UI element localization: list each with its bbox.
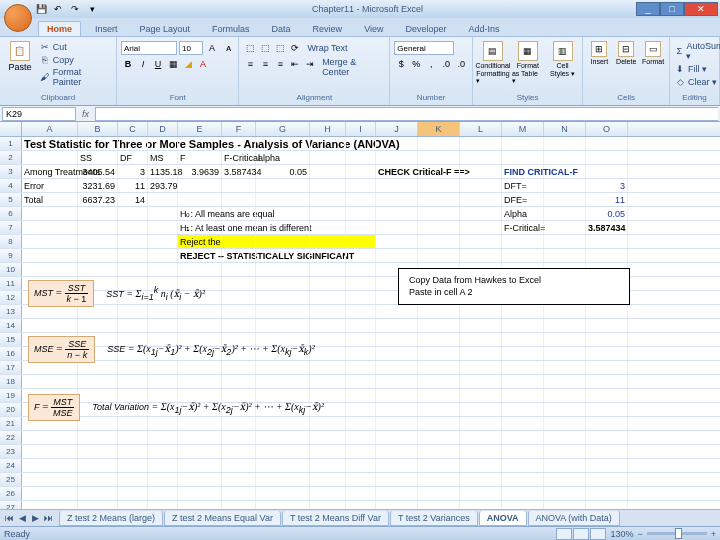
cell[interactable] <box>222 137 256 150</box>
cell[interactable] <box>22 459 78 472</box>
cell[interactable] <box>78 319 118 332</box>
cell[interactable]: 3405.54 <box>78 165 118 178</box>
cell[interactable] <box>78 445 118 458</box>
shrink-font-button[interactable]: ᴀ <box>221 41 235 55</box>
currency-button[interactable]: $ <box>394 57 408 71</box>
cell[interactable] <box>346 193 376 206</box>
cell[interactable] <box>118 445 148 458</box>
cell[interactable] <box>310 263 346 276</box>
cell[interactable]: 1135.18 <box>148 165 178 178</box>
cell[interactable] <box>256 137 310 150</box>
cell[interactable] <box>310 179 346 192</box>
cell[interactable]: SS <box>78 151 118 164</box>
cell[interactable] <box>502 305 544 318</box>
cell[interactable]: FIND CRITICAL-F <box>502 165 544 178</box>
align-center-button[interactable]: ≡ <box>258 57 272 71</box>
autosum-button[interactable]: ΣAutoSum ▾ <box>674 41 720 61</box>
cell[interactable] <box>502 487 544 500</box>
cell[interactable] <box>22 487 78 500</box>
cell[interactable] <box>418 179 460 192</box>
cell[interactable] <box>502 347 544 360</box>
cell[interactable]: F-Critical <box>222 151 256 164</box>
cell[interactable] <box>22 319 78 332</box>
sheet-tab[interactable]: Z test 2 Means (large) <box>59 511 163 526</box>
row-header-8[interactable]: 8 <box>0 235 22 248</box>
cell[interactable] <box>256 473 310 486</box>
row-header-15[interactable]: 15 <box>0 333 22 346</box>
col-header-N[interactable]: N <box>544 122 586 136</box>
cell[interactable] <box>544 473 586 486</box>
sheet-nav-next[interactable]: ▶ <box>29 513 42 523</box>
col-header-G[interactable]: G <box>256 122 310 136</box>
cell[interactable] <box>346 459 376 472</box>
cell[interactable] <box>418 361 460 374</box>
cell[interactable]: 0.05 <box>586 207 628 220</box>
cell[interactable] <box>310 319 346 332</box>
zoom-in-button[interactable]: + <box>711 529 716 539</box>
format-table-button[interactable]: ▦Formatas Table ▾ <box>512 41 544 85</box>
cell[interactable] <box>118 431 148 444</box>
paste-button[interactable]: 📋 Paste <box>4 41 36 72</box>
cell[interactable] <box>346 389 376 402</box>
cell[interactable]: DFE= <box>502 193 544 206</box>
cell[interactable] <box>544 347 586 360</box>
cell[interactable] <box>502 249 544 262</box>
cell[interactable] <box>418 235 460 248</box>
cell[interactable] <box>544 375 586 388</box>
cell[interactable] <box>502 319 544 332</box>
align-right-button[interactable]: ≡ <box>273 57 287 71</box>
cell[interactable] <box>502 473 544 486</box>
qat-more-icon[interactable]: ▾ <box>85 2 99 16</box>
cell[interactable] <box>78 473 118 486</box>
cell[interactable] <box>460 165 502 178</box>
cell[interactable] <box>460 207 502 220</box>
cell[interactable] <box>346 417 376 430</box>
tab-formulas[interactable]: Formulas <box>204 22 258 36</box>
cell[interactable] <box>310 151 346 164</box>
tab-page-layout[interactable]: Page Layout <box>132 22 199 36</box>
row-header-18[interactable]: 18 <box>0 375 22 388</box>
cell[interactable] <box>118 473 148 486</box>
col-header-D[interactable]: D <box>148 122 178 136</box>
cell[interactable] <box>178 375 222 388</box>
format-cells-button[interactable]: ▭Format <box>641 41 665 65</box>
view-layout-button[interactable] <box>573 528 589 540</box>
cell[interactable] <box>256 445 310 458</box>
cell[interactable] <box>78 375 118 388</box>
row-header-26[interactable]: 26 <box>0 487 22 500</box>
font-color-button[interactable]: A <box>196 57 210 71</box>
cell[interactable] <box>178 193 222 206</box>
cell[interactable] <box>346 305 376 318</box>
cell[interactable]: Test Statistic for Three or More Samples… <box>22 137 78 150</box>
cell[interactable] <box>310 473 346 486</box>
cell[interactable] <box>544 235 586 248</box>
cell[interactable] <box>544 193 586 206</box>
sheet-tab[interactable]: ANOVA (with Data) <box>528 511 620 526</box>
cell[interactable]: 11 <box>586 193 628 206</box>
cell[interactable]: 6637.23 <box>78 193 118 206</box>
row-header-20[interactable]: 20 <box>0 403 22 416</box>
cell[interactable] <box>502 459 544 472</box>
cell[interactable] <box>460 305 502 318</box>
cell[interactable] <box>310 347 346 360</box>
italic-button[interactable]: I <box>136 57 150 71</box>
cell[interactable] <box>502 445 544 458</box>
cell[interactable] <box>586 305 628 318</box>
cell[interactable] <box>78 137 118 150</box>
indent-inc-button[interactable]: ⇥ <box>303 57 317 71</box>
cell[interactable] <box>346 403 376 416</box>
cell[interactable] <box>346 165 376 178</box>
cell[interactable] <box>222 263 256 276</box>
percent-button[interactable]: % <box>409 57 423 71</box>
cell[interactable] <box>118 137 148 150</box>
save-icon[interactable]: 💾 <box>34 2 48 16</box>
cell[interactable] <box>222 235 256 248</box>
cell[interactable] <box>586 487 628 500</box>
cell[interactable] <box>346 277 376 290</box>
cell[interactable]: 3 <box>118 165 148 178</box>
bold-button[interactable]: B <box>121 57 135 71</box>
cell[interactable] <box>22 263 78 276</box>
cell[interactable] <box>586 151 628 164</box>
cell[interactable] <box>544 487 586 500</box>
cell[interactable] <box>118 263 148 276</box>
